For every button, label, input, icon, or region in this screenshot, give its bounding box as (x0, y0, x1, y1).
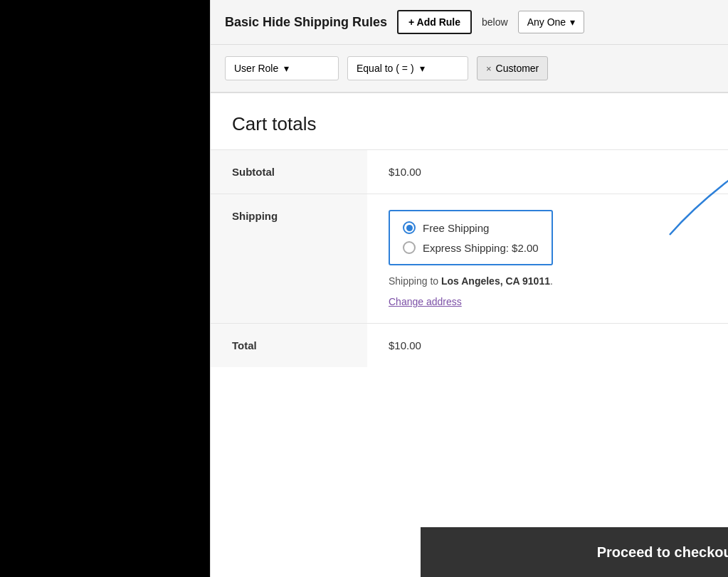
shipping-row: Shipping Free Shipping Express Shipping:… (211, 194, 728, 324)
any-one-dropdown[interactable]: Any One ▾ (518, 11, 584, 33)
checkout-label: Proceed to checkout (597, 544, 728, 561)
equal-to-dropdown[interactable]: Equal to ( = ) ▾ (347, 56, 468, 80)
cart-title: Cart totals (211, 93, 728, 149)
shipping-note-pre: Shipping to (389, 275, 441, 287)
free-shipping-label: Free Shipping (423, 222, 489, 234)
chevron-down-icon: ▾ (420, 63, 425, 74)
remove-tag-icon[interactable]: × (486, 63, 492, 74)
below-label: below (482, 16, 508, 28)
subtotal-value: $10.00 (367, 150, 728, 194)
customer-tag[interactable]: × Customer (477, 56, 548, 80)
shipping-note: Shipping to Los Angeles, CA 91011. (389, 275, 707, 287)
user-role-dropdown[interactable]: User Role ▾ (225, 56, 339, 80)
any-one-label: Any One (527, 16, 566, 28)
change-address-link[interactable]: Change address (389, 296, 462, 307)
shipping-options-box: Free Shipping Express Shipping: $2.00 (389, 210, 553, 265)
total-value: $10.00 (367, 324, 728, 368)
shipping-label: Shipping (211, 194, 367, 324)
express-shipping-label: Express Shipping: $2.00 (423, 242, 539, 254)
left-black-panel (0, 0, 210, 577)
add-rule-button[interactable]: + Add Rule (397, 10, 472, 34)
equal-to-label: Equal to ( = ) (357, 63, 414, 74)
subtotal-label: Subtotal (211, 150, 367, 194)
total-label: Total (211, 324, 367, 368)
chevron-down-icon: ▾ (284, 63, 289, 74)
shipping-note-post: . (550, 275, 553, 287)
free-shipping-radio[interactable] (403, 221, 416, 234)
shipping-options-cell: Free Shipping Express Shipping: $2.00 Sh… (367, 194, 728, 324)
chevron-down-icon: ▾ (570, 16, 575, 28)
main-container: Basic Hide Shipping Rules + Add Rule bel… (210, 0, 728, 577)
checkout-bar: Proceed to checkout → (421, 527, 728, 577)
rule-bar-title: Basic Hide Shipping Rules (225, 15, 387, 30)
rule-condition-row: User Role ▾ Equal to ( = ) ▾ × Customer (211, 45, 728, 93)
subtotal-row: Subtotal $10.00 (211, 150, 728, 194)
rule-bar: Basic Hide Shipping Rules + Add Rule bel… (211, 0, 728, 45)
shipping-location: Los Angeles, CA 91011 (441, 275, 550, 287)
total-row: Total $10.00 (211, 324, 728, 368)
cart-area: Cart totals Subtotal $10.00 Shipping Fre… (211, 93, 728, 367)
free-shipping-option[interactable]: Free Shipping (403, 221, 539, 234)
checkout-button[interactable]: Proceed to checkout → (442, 543, 728, 561)
customer-tag-label: Customer (496, 63, 539, 74)
express-shipping-option[interactable]: Express Shipping: $2.00 (403, 241, 539, 254)
user-role-label: User Role (234, 63, 278, 74)
express-shipping-radio[interactable] (403, 241, 416, 254)
cart-table: Subtotal $10.00 Shipping Free Shipping E… (211, 149, 728, 367)
